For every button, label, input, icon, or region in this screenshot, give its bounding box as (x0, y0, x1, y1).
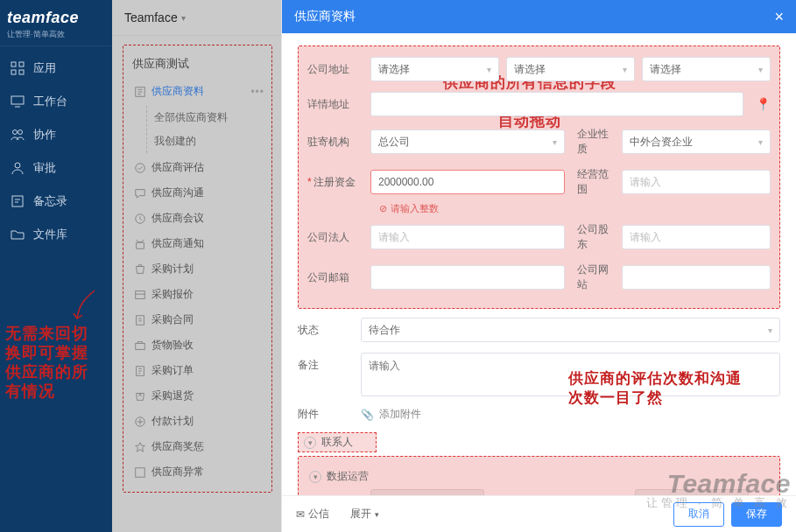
tree-label: 供应商沟通 (151, 186, 204, 200)
nav-item-workbench[interactable]: 工作台 (0, 85, 112, 118)
eval-count-value: 保存后自动计算 (370, 489, 484, 495)
nav-label: 应用 (33, 60, 56, 76)
more-icon[interactable]: ••• (250, 86, 268, 98)
section-label: 数据运营 (327, 469, 369, 484)
footer-right: 取消 保存 (673, 502, 782, 527)
chevron-down-icon: ▾ (375, 510, 379, 519)
tree-item[interactable]: 采购计划 (130, 256, 268, 282)
chevron-down-icon: ▾ (623, 65, 627, 74)
svg-rect-3 (19, 70, 24, 74)
cancel-button[interactable]: 取消 (673, 502, 724, 527)
reg-capital-error: ⊘请输入整数 (379, 202, 771, 215)
monitor-icon (11, 94, 25, 108)
label-scope: 经营范围 (577, 167, 614, 197)
save-button[interactable]: 保存 (731, 502, 782, 527)
menu-header[interactable]: Teamface▾ (112, 0, 281, 36)
email-input[interactable] (370, 265, 565, 290)
tree-item-supplier-info[interactable]: 供应商资料 ••• (130, 79, 268, 104)
map-pin-icon[interactable]: 📍 (750, 97, 771, 111)
svg-rect-13 (137, 315, 144, 325)
person-icon (11, 161, 25, 175)
svg-rect-8 (12, 196, 23, 206)
label-agency: 驻寄机构 (307, 135, 362, 150)
brand-tagline: 让管理·简单高效 (7, 29, 105, 40)
detail-addr-input[interactable] (370, 92, 743, 116)
expand-link[interactable]: 展开▾ (350, 507, 379, 522)
field-highlight-region: 公司地址 请选择▾ 请选择▾ 请选择▾ 详情地址 📍 驻寄机构 (298, 46, 780, 309)
scope-input[interactable] (622, 170, 771, 194)
tree-label: 供应商资料 (151, 84, 204, 99)
city-select[interactable]: 请选择▾ (506, 57, 635, 81)
tree-label: 货物验收 (151, 338, 194, 353)
nav-label: 备忘录 (33, 193, 67, 209)
add-attachment-button[interactable]: 📎添加附件 (361, 407, 421, 422)
public-letter-link[interactable]: ✉公信 (296, 507, 329, 522)
svg-rect-17 (136, 467, 145, 477)
label-legal: 公司法人 (307, 230, 362, 245)
tree-item[interactable]: 采购报价 (130, 282, 268, 307)
tree-item[interactable]: 采购订单 (130, 358, 268, 383)
comm-count-value: 保存后自动计算 (635, 489, 749, 495)
svg-point-6 (18, 130, 23, 135)
svg-point-7 (15, 163, 20, 168)
status-select[interactable]: 待合作▾ (361, 318, 780, 342)
nav-item-files[interactable]: 文件库 (0, 218, 112, 251)
label-email: 公司邮箱 (307, 270, 362, 285)
legal-input[interactable] (370, 225, 565, 249)
annotation-arrow-icon (72, 289, 98, 324)
tree-label: 供应商会议 (151, 211, 204, 226)
tree-item[interactable]: 供应商沟通 (130, 180, 268, 206)
panel-header: 供应商资料 × (282, 0, 796, 33)
section-contacts[interactable]: ▾ 联系人 (298, 432, 377, 452)
tree-sub-mine[interactable]: 我创建的 (147, 130, 268, 153)
nav-item-apps[interactable]: 应用 (0, 52, 112, 85)
label-attachment: 附件 (298, 407, 352, 422)
close-icon[interactable]: × (774, 8, 784, 26)
label-company-addr: 公司地址 (307, 62, 362, 77)
tree-label: 供应商异常 (151, 465, 204, 480)
tree-item[interactable]: 采购合同 (130, 307, 268, 332)
module-menu: Teamface▾ 供应商测试 供应商资料 ••• 全部供应商资料 我创建的 供… (112, 0, 282, 532)
reg-capital-input[interactable] (370, 170, 565, 194)
tree-item[interactable]: 付款计划 (130, 409, 268, 434)
section-data-op[interactable]: ▾ 数据运营 (307, 464, 771, 489)
agency-select[interactable]: 总公司▾ (370, 130, 565, 154)
chevron-down-icon: ▾ (487, 65, 491, 74)
chevron-down-icon: ▾ (309, 471, 321, 483)
select-placeholder: 请选择 (514, 62, 546, 77)
label-eval-count: 评估次数 (307, 494, 362, 496)
tree-item[interactable]: 供应商奖惩 (130, 434, 268, 459)
nav-item-memo[interactable]: 备忘录 (0, 185, 112, 218)
remark-textarea[interactable] (361, 353, 780, 396)
label-website: 公司网站 (577, 262, 614, 292)
label-status: 状态 (298, 323, 352, 338)
nav-label: 工作台 (33, 94, 67, 109)
tree-item[interactable]: 货物验收 (130, 332, 268, 358)
error-icon: ⊘ (379, 203, 387, 214)
tree-item[interactable]: 供应商评估 (130, 155, 268, 180)
province-select[interactable]: 请选择▾ (370, 57, 499, 81)
district-select[interactable]: 请选择▾ (642, 57, 771, 81)
section-label: 联系人 (321, 435, 353, 450)
ent-nature-select[interactable]: 中外合资企业▾ (622, 130, 771, 154)
tree-item[interactable]: 供应商异常 (130, 459, 268, 485)
menu-tree: 供应商资料 ••• 全部供应商资料 我创建的 供应商评估 供应商沟通 供应商会议… (130, 79, 268, 485)
nav-label: 协作 (33, 127, 56, 143)
footer-label: 展开 (350, 507, 371, 522)
label-detail-addr: 详情地址 (307, 97, 362, 112)
data-op-region: ▾ 数据运营 评估次数 保存后自动计算 沟通次数保存后自动计算 (298, 456, 780, 495)
shareholder-input[interactable] (622, 225, 771, 249)
tree-sub-all[interactable]: 全部供应商资料 (147, 106, 268, 130)
footer-label: 公信 (308, 507, 329, 522)
tree-item[interactable]: 供应商通知 (130, 231, 268, 256)
tree-item[interactable]: 供应商会议 (130, 206, 268, 231)
tree-item[interactable]: 采购退货 (130, 383, 268, 409)
label-reg-capital: 注册资金 (307, 175, 362, 190)
svg-rect-1 (19, 62, 24, 66)
nav-item-approval[interactable]: 审批 (0, 151, 112, 185)
select-placeholder: 请选择 (650, 62, 681, 77)
chevron-down-icon: ▾ (758, 65, 763, 74)
nav-item-collab[interactable]: 协作 (0, 118, 112, 151)
website-input[interactable] (622, 265, 771, 290)
nav-label: 审批 (33, 160, 56, 176)
